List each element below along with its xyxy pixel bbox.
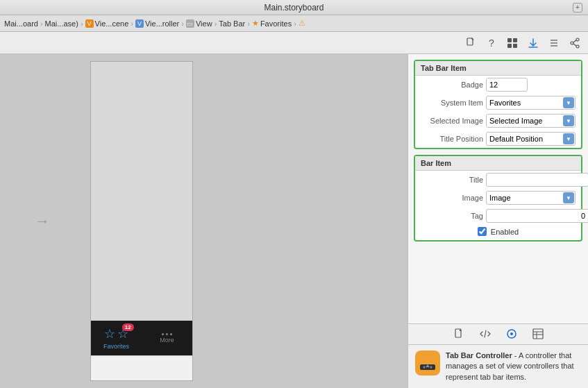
system-item-label: System Item: [421, 99, 483, 107]
bar-item-header: Bar Item: [415, 156, 581, 171]
svg-point-8: [576, 38, 579, 41]
breadcrumb-warning[interactable]: ⚠: [299, 19, 305, 28]
svg-point-10: [571, 42, 573, 44]
favorites-star-icon: ☆ 12: [104, 326, 128, 341]
svg-rect-1: [507, 38, 512, 42]
breadcrumb-sep-5: ›: [215, 19, 217, 28]
phone-frame: ☆ 12 Favorites More: [90, 61, 193, 381]
tab-favorites-label: Favorites: [103, 343, 129, 350]
bottom-panel: Tab Bar Controller - A controller that m…: [408, 323, 588, 388]
tag-stepper: ▲ ▼: [486, 209, 588, 223]
breadcrumb-item-4[interactable]: V Vie...roller: [135, 19, 179, 28]
download-toolbar-icon[interactable]: [526, 35, 541, 51]
title-bar-buttons: +: [573, 3, 582, 12]
selected-image-label: Selected Image: [421, 117, 483, 125]
phone-tab-bar: ☆ 12 Favorites More: [91, 321, 192, 355]
svg-line-11: [573, 40, 576, 42]
enabled-row: Enabled: [415, 225, 581, 240]
share-toolbar-icon[interactable]: [567, 35, 582, 51]
tag-input[interactable]: [486, 209, 588, 223]
star-icon: ★: [252, 19, 259, 28]
main-toolbar: ?: [0, 32, 588, 54]
tab-more-label: More: [160, 337, 174, 344]
bottom-description: Tab Bar Controller - A controller that m…: [446, 351, 581, 382]
breadcrumb-sep-3: ›: [131, 19, 133, 28]
grid-toolbar-icon[interactable]: [505, 35, 520, 51]
tab-bar-controller-icon: [415, 351, 440, 376]
selected-image-select-wrapper: Selected Image: [486, 114, 576, 128]
title-position-label: Title Position: [421, 135, 483, 143]
bar-image-row: Image Image: [415, 189, 581, 207]
bar-image-select-wrapper: Image: [486, 191, 576, 205]
add-tab-button[interactable]: +: [573, 3, 582, 12]
right-panel: Tab Bar Item Badge System Item Favorites…: [408, 54, 588, 388]
warning-icon: ⚠: [299, 19, 305, 28]
enabled-label: Enabled: [491, 228, 519, 236]
breadcrumb-sep-1: ›: [40, 19, 43, 28]
breadcrumb-sep-4: ›: [181, 19, 184, 28]
window-title: Main.storyboard: [264, 3, 324, 12]
scene-icon: V: [85, 19, 94, 28]
title-position-row: Title Position Default Position Above Im…: [415, 130, 581, 148]
svg-rect-3: [507, 44, 512, 48]
controller-icon: V: [135, 19, 144, 28]
bar-tag-row: Tag ▲ ▼: [415, 207, 581, 225]
badge-label: Badge: [421, 81, 483, 89]
svg-point-21: [423, 366, 426, 368]
enabled-checkbox[interactable]: [478, 227, 487, 236]
breadcrumb-sep-2: ›: [81, 19, 83, 28]
breadcrumb-sep-6: ›: [247, 19, 250, 28]
breadcrumb-bar: Mai...oard › Mai...ase) › V Vie...cene ›…: [0, 15, 588, 32]
tab-bar-item-header: Tab Bar Item: [415, 61, 581, 76]
breadcrumb-item-2[interactable]: Mai...ase): [45, 19, 78, 28]
bar-image-label: Image: [421, 194, 483, 202]
breadcrumb-item-3[interactable]: V Vie...cene: [85, 19, 129, 28]
svg-point-15: [510, 332, 513, 335]
bottom-info: Tab Bar Controller - A controller that m…: [408, 345, 588, 388]
breadcrumb-sep-7: ›: [294, 19, 296, 28]
breadcrumb-item-5[interactable]: ▭ View: [186, 19, 212, 28]
svg-point-22: [430, 366, 432, 368]
system-item-select[interactable]: Favorites Featured Top Rated Recents Con…: [486, 96, 576, 110]
tab-item-more[interactable]: More: [142, 333, 192, 344]
svg-rect-2: [513, 38, 517, 42]
badge-input[interactable]: [486, 78, 528, 92]
bottom-code-icon[interactable]: [478, 326, 493, 341]
bottom-table-icon[interactable]: [530, 326, 546, 341]
main-layout: → ☆ 12 Favorites More: [0, 54, 588, 388]
selected-image-select[interactable]: Selected Image: [486, 114, 576, 128]
controller-title: Tab Bar Controller: [446, 351, 512, 360]
tab-bar-item-section: Tab Bar Item Badge System Item Favorites…: [414, 60, 582, 149]
title-position-select[interactable]: Default Position Above Image Below Image…: [486, 132, 576, 146]
breadcrumb-item-6[interactable]: Tab Bar: [219, 19, 245, 28]
selected-image-row: Selected Image Selected Image: [415, 112, 581, 130]
file-toolbar-icon[interactable]: [463, 35, 478, 51]
bottom-file-icon[interactable]: [451, 326, 467, 341]
phone-bottom-bar: [91, 355, 192, 380]
breadcrumb-item-7[interactable]: ★ Favorites: [252, 19, 292, 28]
bar-item-section: Bar Item Title Image Image: [414, 155, 582, 242]
bar-title-row: Title: [415, 171, 581, 189]
breadcrumb-item-1[interactable]: Mai...oard: [4, 19, 38, 28]
canvas-arrow: →: [35, 212, 50, 230]
system-item-select-wrapper: Favorites Featured Top Rated Recents Con…: [486, 96, 576, 110]
bottom-circle-icon[interactable]: [504, 326, 519, 341]
bottom-toolbar: [408, 324, 588, 345]
inspector: Tab Bar Item Badge System Item Favorites…: [408, 54, 588, 323]
view-icon: ▭: [186, 19, 194, 28]
more-dots-icon: [162, 333, 172, 335]
svg-point-9: [576, 45, 579, 48]
badge-row: Badge: [415, 76, 581, 94]
svg-rect-4: [513, 44, 517, 48]
canvas-area[interactable]: → ☆ 12 Favorites More: [0, 54, 408, 388]
system-item-row: System Item Favorites Featured Top Rated…: [415, 94, 581, 112]
bar-image-select[interactable]: Image: [486, 191, 576, 205]
tab-badge: 12: [122, 323, 134, 331]
title-bar: Main.storyboard +: [0, 0, 588, 15]
list-toolbar-icon[interactable]: [546, 35, 562, 51]
bar-title-input[interactable]: [486, 173, 588, 187]
svg-line-12: [573, 44, 576, 46]
tab-item-favorites[interactable]: ☆ 12 Favorites: [91, 326, 142, 350]
question-toolbar-icon[interactable]: ?: [484, 35, 499, 51]
bar-title-label: Title: [421, 176, 483, 184]
